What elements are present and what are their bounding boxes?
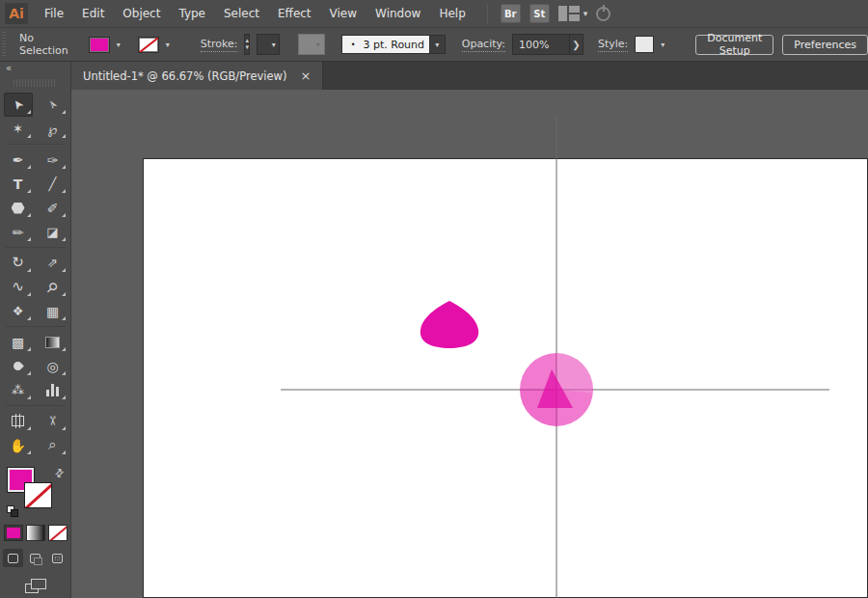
tool-paintbrush[interactable]: ✐ [39, 196, 68, 220]
tool-column-graph[interactable] [39, 378, 68, 402]
stock-button[interactable]: St [529, 4, 550, 23]
style-swatch[interactable] [635, 36, 654, 53]
tool-pen[interactable]: ✒ [4, 148, 33, 172]
tool-gradient[interactable] [39, 330, 68, 354]
artwork-layer [71, 90, 868, 598]
none-button[interactable] [48, 525, 68, 541]
tool-scale[interactable]: ⇗ [39, 251, 68, 275]
screen-mode-button[interactable] [25, 579, 46, 593]
eyedropper-icon [12, 360, 24, 372]
tool-rotate[interactable]: ↻ [4, 251, 33, 275]
workspace-switcher[interactable]: ▾ [558, 6, 588, 21]
gradient-button[interactable] [26, 525, 45, 541]
draw-inside-button[interactable] [47, 549, 68, 567]
tool-mesh[interactable]: ▩ [4, 330, 33, 354]
perspective-grid-icon: ▦ [46, 305, 59, 318]
tool-artboard[interactable] [4, 409, 33, 433]
tool-hand[interactable]: ✋ [4, 433, 33, 457]
menu-item-file[interactable]: File [44, 7, 64, 20]
stroke-proxy-swatch-none[interactable] [24, 482, 52, 508]
menu-item-effect[interactable]: Effect [278, 7, 312, 20]
tab-bar: « Untitled-1* @ 66.67% (RGB/Preview) × [0, 62, 868, 90]
style-dropdown[interactable]: ▾ [635, 36, 669, 53]
stroke-swatch-none[interactable] [138, 37, 159, 53]
tool-type[interactable]: T [4, 172, 33, 196]
tool-symbol-sprayer[interactable]: ⁂ [4, 378, 33, 402]
chevron-down-icon[interactable]: ▾ [430, 35, 446, 54]
canvas-pasteboard[interactable] [71, 90, 868, 598]
default-fill-stroke-icon[interactable] [7, 505, 18, 517]
tool-eraser[interactable]: ◪ [39, 220, 68, 244]
stroke-weight-dropdown[interactable]: ▾ [257, 34, 280, 55]
swap-fill-stroke-icon[interactable]: ⇄ [52, 466, 68, 481]
fill-color-dropdown[interactable]: ▾ [89, 37, 125, 53]
menu-item-object[interactable]: Object [122, 7, 160, 20]
blend-icon: ◎ [46, 360, 58, 373]
bridge-button[interactable]: Br [501, 4, 521, 23]
tool-shape[interactable] [4, 196, 33, 220]
toolbar-grip[interactable] [14, 79, 57, 87]
tool-group-separator [4, 141, 68, 148]
magic-wand-icon: ✶ [13, 122, 23, 135]
menu-item-edit[interactable]: Edit [82, 7, 104, 20]
column-graph-icon [46, 384, 59, 396]
brush-definition-dropdown[interactable]: • 3 pt. Round ▾ [341, 35, 446, 54]
brush-field[interactable]: • 3 pt. Round [341, 35, 430, 54]
close-tab-icon[interactable]: × [300, 68, 311, 83]
menu-item-view[interactable]: View [330, 7, 357, 20]
collapse-toolbar-icon[interactable]: « [6, 63, 12, 73]
stepper-down-icon[interactable]: ▾ [245, 44, 249, 51]
tool-shape-builder[interactable]: ❖ [4, 299, 33, 323]
selection-icon: ➤ [10, 96, 26, 112]
menu-item-help[interactable]: Help [439, 7, 465, 20]
tool-lasso[interactable]: ℘ [39, 117, 68, 141]
tool-perspective-grid[interactable]: ▦ [39, 299, 68, 323]
chevron-down-icon[interactable]: ▾ [112, 37, 125, 53]
sync-power-icon[interactable] [596, 7, 610, 21]
tool-eyedropper[interactable] [4, 354, 33, 378]
opacity-input[interactable]: 100% [512, 34, 570, 55]
document-tab[interactable]: Untitled-1* @ 66.67% (RGB/Preview) × [71, 62, 323, 90]
style-label[interactable]: Style: [598, 38, 628, 52]
tool-curvature[interactable]: ✑ [39, 148, 68, 172]
tool-shaper[interactable]: ✏ [4, 220, 33, 244]
direct-selection-icon: ➢ [44, 96, 61, 112]
stroke-weight-stepper[interactable]: ▴ ▾ [244, 34, 250, 55]
stroke-color-dropdown[interactable]: ▾ [138, 37, 175, 53]
chevron-down-icon[interactable]: ▾ [656, 37, 669, 53]
tool-palette: ➤➢✶℘✒✑T╱✐✏◪↻⇗∿⚲❖▦▩◎⁂✂✋⌕ ⇄ [0, 90, 71, 598]
variable-width-dropdown-disabled: ▾ [298, 34, 325, 55]
preferences-button[interactable]: Preferences [782, 35, 868, 55]
menu-item-type[interactable]: Type [178, 7, 205, 20]
hand-icon: ✋ [10, 439, 26, 452]
menu-item-select[interactable]: Select [224, 7, 259, 20]
tool-blend[interactable]: ◎ [39, 354, 68, 378]
opacity-expand-arrow[interactable]: ❯ [570, 34, 583, 55]
tool-selection[interactable]: ➤ [4, 93, 33, 117]
magenta-blob-shape[interactable] [420, 301, 478, 348]
app-logo: Ai [5, 3, 28, 24]
eraser-icon: ◪ [46, 226, 58, 238]
tool-slice[interactable]: ✂ [39, 409, 68, 433]
tool-line-segment[interactable]: ╱ [39, 172, 68, 196]
symbol-sprayer-icon: ⁂ [12, 384, 24, 396]
mesh-icon: ▩ [12, 336, 24, 349]
menu-item-window[interactable]: Window [375, 7, 420, 20]
color-button[interactable] [4, 525, 23, 541]
draw-behind-button[interactable] [25, 549, 45, 567]
tool-width[interactable]: ∿ [4, 275, 33, 299]
artboard-icon [12, 416, 24, 426]
type-icon: T [14, 177, 23, 191]
chevron-down-icon[interactable]: ▾ [161, 37, 175, 53]
draw-normal-button[interactable] [3, 549, 23, 567]
fill-swatch[interactable] [89, 37, 110, 53]
selection-status: No Selection [19, 32, 68, 57]
document-setup-button[interactable]: Document Setup [695, 35, 773, 55]
tool-direct-selection[interactable]: ➢ [39, 93, 68, 117]
control-bar-buttons: Document Setup Preferences [695, 35, 868, 55]
stroke-weight-label[interactable]: Stroke: [201, 38, 238, 52]
opacity-label[interactable]: Opacity: [462, 38, 505, 52]
tool-free-transform[interactable]: ⚲ [39, 275, 68, 299]
tool-magic-wand[interactable]: ✶ [4, 117, 33, 141]
tool-zoom[interactable]: ⌕ [39, 433, 68, 457]
